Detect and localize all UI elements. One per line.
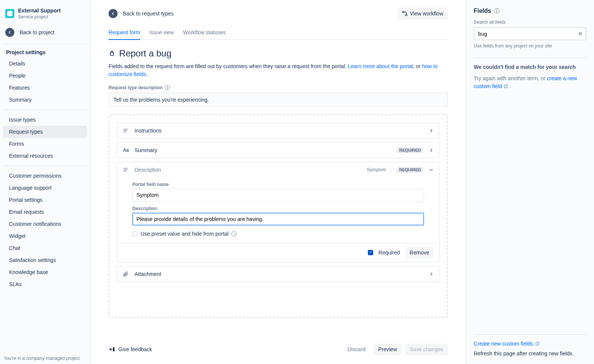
preset-checkbox[interactable]	[132, 231, 138, 236]
nav-item-widget[interactable]: Widget	[3, 230, 87, 242]
search-fields-input[interactable]	[478, 30, 578, 37]
arrow-left-icon	[109, 9, 118, 18]
description-text: Fields added to the request form are fil…	[109, 62, 448, 78]
field-instructions[interactable]: Instructions	[117, 123, 439, 139]
required-label: Required	[378, 250, 400, 256]
nav-item-chat[interactable]: Chat	[3, 242, 87, 254]
nav-item-knowledge-base[interactable]: Knowledge base	[3, 266, 87, 278]
nav-item-portal-settings[interactable]: Portal settings	[3, 194, 87, 206]
nav-item-customer-permissions[interactable]: Customer permissions	[3, 170, 87, 182]
field-description: Description Symptom REQUIRED Portal fiel…	[117, 162, 439, 262]
text-icon	[122, 128, 129, 134]
page-title: Report a bug	[119, 48, 171, 59]
svg-point-1	[406, 14, 407, 16]
project-settings-sidebar: External Support Service project Back to…	[0, 0, 90, 364]
fields-panel: Fields i Search all fields ✕ Use fields …	[466, 0, 594, 364]
external-link-icon	[535, 341, 540, 346]
back-to-project[interactable]: Back to project	[0, 24, 90, 42]
required-badge: REQUIRED	[397, 167, 423, 173]
remove-button[interactable]: Remove	[405, 247, 434, 258]
chevron-right-icon[interactable]	[429, 271, 434, 277]
field-summary[interactable]: Aa Summary REQUIRED	[117, 142, 439, 158]
nav-item-people[interactable]: People	[3, 70, 87, 82]
field-description-header[interactable]: Description Symptom REQUIRED	[117, 162, 439, 177]
learn-more-portal-link[interactable]: Learn more about the portal	[348, 63, 413, 69]
nav-item-issue-types[interactable]: Issue types	[3, 114, 87, 126]
no-results-message: We couldn't find a match for your search	[474, 58, 586, 70]
field-label: Instructions	[135, 128, 423, 134]
clear-search-icon[interactable]: ✕	[578, 30, 583, 37]
svg-rect-2	[110, 52, 113, 56]
nav-item-slas[interactable]: SLAs	[3, 278, 87, 290]
paragraph-icon	[122, 167, 129, 173]
nav-item-request-types[interactable]: Request types	[3, 126, 87, 138]
project-name: External Support	[18, 8, 61, 14]
nav-item-forms[interactable]: Forms	[3, 138, 87, 150]
sidebar-footer: You're in a company-managed project	[0, 356, 90, 361]
nav-item-satisfaction-settings[interactable]: Satisfaction settings	[3, 254, 87, 266]
nav-item-customer-notifications[interactable]: Customer notifications	[3, 218, 87, 230]
view-workflow-button[interactable]: View workflow	[397, 8, 448, 20]
tab-issue-view[interactable]: Issue view	[149, 27, 174, 40]
info-icon[interactable]: i	[231, 231, 237, 236]
tab-request-form[interactable]: Request form	[109, 27, 140, 40]
back-label: Back to request types	[123, 11, 174, 17]
text-aa-icon: Aa	[122, 148, 129, 153]
info-icon[interactable]: i	[494, 8, 499, 14]
chevron-down-icon[interactable]	[429, 167, 434, 172]
attachment-icon	[122, 271, 129, 277]
preset-label: Use preset value and hide from portal	[141, 231, 228, 237]
project-header: External Support Service project	[0, 0, 90, 24]
project-avatar	[5, 9, 14, 18]
settings-heading: Project settings	[0, 46, 90, 58]
fields-title: Fields	[474, 8, 491, 14]
give-feedback[interactable]: Give feedback	[109, 346, 152, 353]
project-type: Service project	[18, 14, 61, 20]
request-type-desc-input[interactable]: Tell us the problems you're experiencing…	[109, 93, 448, 107]
search-fields-input-wrapper: ✕	[474, 27, 586, 40]
refresh-hint: Refresh this page after creating new fie…	[474, 350, 586, 356]
nav-item-language-support[interactable]: Language support	[3, 182, 87, 194]
preview-button[interactable]: Preview	[374, 344, 401, 355]
chevron-right-icon[interactable]	[429, 128, 434, 133]
portal-field-name-label: Portal field name	[132, 182, 424, 187]
form-builder: Instructions Aa Summary REQUIRED	[109, 114, 448, 318]
workflow-icon	[402, 11, 408, 17]
bug-icon	[109, 50, 115, 57]
save-button: Save changes	[405, 344, 448, 355]
chevron-right-icon[interactable]	[429, 148, 434, 153]
nav-item-details[interactable]: Details	[3, 58, 87, 70]
required-checkbox[interactable]	[368, 250, 373, 255]
nav-item-external-resources[interactable]: External resources	[3, 150, 87, 162]
description-label: Description	[132, 206, 424, 211]
field-alias: Symptom	[367, 167, 386, 172]
discard-button[interactable]: Discard	[343, 344, 370, 355]
megaphone-icon	[109, 346, 115, 353]
external-link-icon	[504, 84, 508, 88]
info-icon[interactable]: i	[165, 85, 170, 90]
nav-item-features[interactable]: Features	[3, 82, 87, 94]
field-label: Summary	[135, 147, 392, 153]
main-content: Back to request types View workflow Requ…	[90, 0, 466, 364]
nav-item-summary[interactable]: Summary	[3, 94, 87, 106]
nav-item-email-requests[interactable]: Email requests	[3, 206, 87, 218]
field-label: Attachment	[135, 271, 423, 277]
description-input[interactable]	[132, 213, 424, 225]
portal-field-name-input[interactable]	[132, 189, 424, 201]
search-label: Search all fields	[474, 20, 586, 25]
back-to-project-label: Back to project	[20, 29, 55, 35]
field-label: Description	[135, 167, 361, 173]
search-hint: Use fields from any project on your site	[474, 43, 586, 49]
tabs: Request formIssue viewWorkflow statuses	[109, 27, 448, 40]
create-new-custom-fields-link[interactable]: Create new custom fields	[474, 341, 540, 347]
field-attachment[interactable]: Attachment	[117, 266, 439, 282]
svg-point-0	[403, 11, 404, 13]
arrow-left-icon	[5, 28, 14, 37]
back-to-request-types[interactable]: Back to request types	[109, 9, 174, 18]
required-badge: REQUIRED	[397, 147, 423, 153]
request-type-desc-label: Request type description i	[109, 85, 448, 90]
try-again-text: Try again with another term, or create a…	[474, 75, 586, 90]
tab-workflow-statuses[interactable]: Workflow statuses	[183, 27, 225, 40]
